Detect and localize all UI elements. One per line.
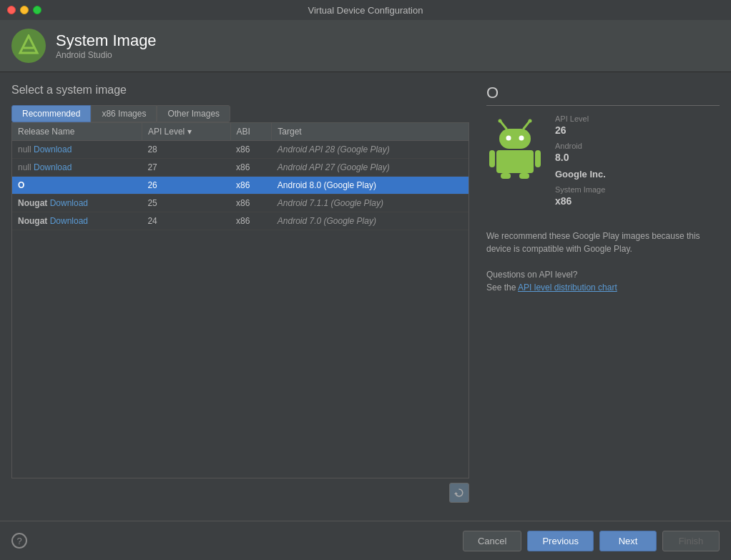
table-row[interactable]: Nougat Download 25 x86 Android 7.1.1 (Go… (12, 195, 468, 212)
close-button[interactable] (7, 6, 16, 14)
refresh-icon (454, 488, 464, 498)
android-version-value: 8.0 (555, 152, 606, 163)
next-button[interactable]: Next (599, 531, 657, 551)
api-level-cell: 26 (142, 177, 230, 195)
minimize-button[interactable] (20, 6, 29, 14)
svg-rect-14 (519, 173, 529, 179)
svg-marker-2 (454, 492, 458, 494)
table-row-selected[interactable]: O 26 x86 Android 8.0 (Google Play) (12, 177, 468, 195)
previous-button[interactable]: Previous (527, 531, 594, 551)
table-row[interactable]: null Download 28 x86 Android API 28 (Goo… (12, 141, 468, 159)
android-logo (11, 29, 46, 63)
svg-point-4 (499, 119, 502, 123)
release-name-text: O (18, 180, 24, 190)
api-level-cell: 27 (142, 159, 230, 177)
col-api-level[interactable]: API Level ▾ (142, 123, 230, 141)
release-name-cell: O (12, 177, 142, 195)
release-name-cell: Nougat Download (12, 212, 142, 230)
header-text: System Image Android Studio (56, 31, 157, 60)
description-3: See the API level distribution chart (486, 281, 720, 294)
download-link[interactable]: Download (34, 162, 72, 172)
android-robot-image (486, 114, 544, 179)
target-cell: Android 8.0 (Google Play) (272, 177, 468, 195)
abi-cell: x86 (230, 159, 272, 177)
left-panel: Select a system image Recommended x86 Im… (11, 84, 469, 507)
help-button[interactable]: ? (11, 533, 27, 549)
page-title: Select a system image (11, 84, 469, 97)
system-image-table: Release Name API Level ▾ ABI Target null… (11, 122, 469, 478)
system-image-label: System Image (555, 185, 606, 194)
col-target: Target (272, 123, 468, 141)
page-subtitle: Android Studio (56, 50, 157, 60)
download-link[interactable]: Download (34, 144, 72, 154)
table-header-row: Release Name API Level ▾ ABI Target (12, 123, 468, 141)
android-label: Android (555, 142, 606, 150)
api-level-cell: 25 (142, 195, 230, 212)
api-level-label: API Level (555, 114, 606, 123)
table-footer (11, 478, 469, 507)
info-section: API Level 26 Android 8.0 Google Inc. Sys… (486, 114, 720, 212)
release-name-prefix: null (18, 144, 34, 154)
svg-rect-12 (535, 150, 541, 167)
release-name-cell: null Download (12, 159, 142, 177)
release-name-cell: null Download (12, 141, 142, 159)
selected-image-name: O (486, 84, 720, 102)
system-image-value: x86 (555, 195, 606, 207)
cancel-button[interactable]: Cancel (463, 531, 521, 551)
main-content: Select a system image Recommended x86 Im… (0, 72, 731, 519)
description-1: We recommend these Google Play images be… (486, 230, 720, 255)
maximize-button[interactable] (33, 6, 41, 14)
target-cell: Android API 27 (Google Play) (272, 159, 468, 177)
api-level-value: 26 (555, 124, 606, 136)
tabs-container: Recommended x86 Images Other Images (11, 105, 469, 122)
svg-marker-0 (20, 36, 37, 53)
refresh-button[interactable] (449, 483, 469, 503)
api-level-cell: 24 (142, 212, 230, 230)
table-row[interactable]: Nougat Download 24 x86 Android 7.0 (Goog… (12, 212, 468, 230)
svg-point-9 (519, 136, 524, 141)
abi-cell: x86 (230, 212, 272, 230)
window-title: Virtual Device Configuration (308, 5, 423, 16)
divider (486, 105, 720, 106)
svg-line-3 (501, 122, 506, 129)
download-link[interactable]: Download (50, 216, 88, 226)
release-name-cell: Nougat Download (12, 195, 142, 212)
download-link[interactable]: Download (50, 198, 88, 208)
target-cell: Android API 28 (Google Play) (272, 141, 468, 159)
target-cell: Android 7.1.1 (Google Play) (272, 195, 468, 212)
title-bar: Virtual Device Configuration (0, 0, 731, 20)
abi-cell: x86 (230, 177, 272, 195)
svg-line-5 (524, 122, 529, 129)
tab-x86-images[interactable]: x86 Images (91, 105, 157, 122)
info-details: API Level 26 Android 8.0 Google Inc. Sys… (555, 114, 606, 212)
description-2: Questions on API level? (486, 268, 720, 281)
svg-rect-11 (489, 150, 495, 167)
svg-rect-13 (501, 173, 511, 179)
vendor-value: Google Inc. (555, 169, 606, 180)
col-release-name[interactable]: Release Name (12, 123, 142, 141)
api-level-cell: 28 (142, 141, 230, 159)
release-name-prefix: null (18, 162, 34, 172)
svg-rect-10 (496, 150, 534, 173)
page-main-title: System Image (56, 31, 157, 50)
header: System Image Android Studio (0, 20, 731, 72)
abi-cell: x86 (230, 141, 272, 159)
table-row[interactable]: null Download 27 x86 Android API 27 (Goo… (12, 159, 468, 177)
release-name-text: Nougat (18, 216, 47, 226)
tab-recommended[interactable]: Recommended (11, 105, 91, 122)
release-name-text: Nougat (18, 198, 47, 208)
description-text: We recommend these Google Play images be… (486, 230, 720, 294)
svg-point-6 (529, 119, 532, 123)
finish-button[interactable]: Finish (662, 531, 720, 551)
target-cell: Android 7.0 (Google Play) (272, 212, 468, 230)
abi-cell: x86 (230, 195, 272, 212)
tab-other-images[interactable]: Other Images (157, 105, 230, 122)
svg-rect-7 (499, 129, 531, 149)
bottom-bar: ? Cancel Previous Next Finish (0, 521, 731, 560)
col-abi: ABI (230, 123, 272, 141)
traffic-lights[interactable] (7, 6, 41, 14)
api-distribution-link[interactable]: API level distribution chart (518, 283, 617, 293)
android-studio-icon (17, 34, 40, 57)
right-panel: O (481, 84, 720, 507)
svg-point-8 (506, 136, 511, 141)
